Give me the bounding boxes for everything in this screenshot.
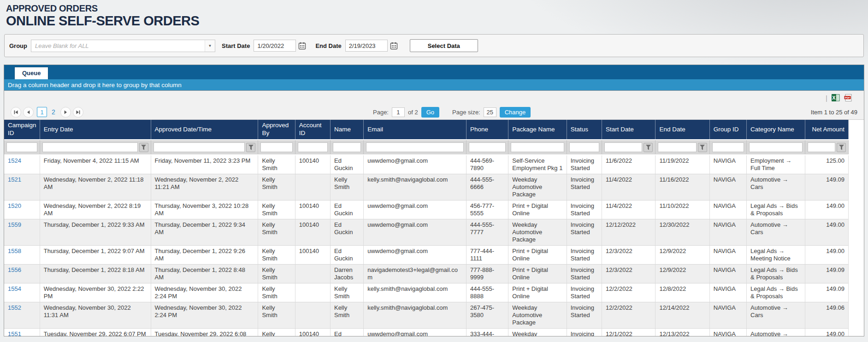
- campaign-id-link[interactable]: 1552: [8, 304, 21, 311]
- first-page-button[interactable]: [11, 107, 21, 118]
- column-filter-input[interactable]: [366, 142, 464, 152]
- campaign-id-link[interactable]: 1521: [8, 176, 21, 183]
- page-subtitle: APPROVED ORDERS: [6, 3, 868, 14]
- order-row: 1524Friday, November 4, 2022 11:15 AMFri…: [4, 155, 849, 174]
- cell-campaign-id[interactable]: 1554: [4, 283, 40, 302]
- cell-net-amount: 125.00: [805, 155, 848, 174]
- next-page-button[interactable]: [60, 107, 71, 118]
- cell-campaign-id[interactable]: 1524: [4, 155, 40, 174]
- column-header-group-id[interactable]: Group ID: [709, 120, 746, 140]
- cell-campaign-id[interactable]: 1521: [4, 174, 40, 200]
- column-filter-input[interactable]: [298, 142, 328, 152]
- campaign-id-link[interactable]: 1551: [8, 330, 21, 336]
- cell-group-id: NAVIGA: [709, 174, 746, 200]
- cell-approved-by: Kelly Smith: [258, 174, 295, 200]
- column-filter-input[interactable]: [808, 142, 835, 152]
- prev-page-button[interactable]: [23, 107, 34, 118]
- go-button[interactable]: Go: [421, 107, 439, 118]
- order-row: 1552Wednesday, November 30, 2022 11:31 A…: [4, 302, 849, 329]
- column-header-status[interactable]: Status: [567, 120, 602, 140]
- group-combobox[interactable]: ▼: [31, 40, 215, 52]
- campaign-id-link[interactable]: 1558: [8, 248, 21, 254]
- column-header-entry-date[interactable]: Entry Date: [40, 120, 151, 140]
- pdf-export-icon[interactable]: PDF: [844, 94, 852, 101]
- cell-net-amount: 149.00: [805, 246, 848, 265]
- change-button[interactable]: Change: [500, 107, 531, 118]
- cell-campaign-id[interactable]: 1551: [4, 329, 40, 337]
- filter-icon[interactable]: [837, 143, 846, 152]
- start-date-input[interactable]: [254, 40, 296, 52]
- cell-net-amount: 149.09: [805, 265, 848, 283]
- page-size-input[interactable]: [484, 107, 496, 117]
- column-header-account-id[interactable]: Account ID: [295, 120, 330, 140]
- cell-category-name: Legal Ads → Meeting Notice: [747, 246, 805, 265]
- group-input[interactable]: [31, 40, 205, 52]
- column-filter-input[interactable]: [569, 142, 599, 152]
- column-filter-input[interactable]: [712, 142, 744, 152]
- cell-campaign-id[interactable]: 1520: [4, 200, 40, 219]
- cell-name: Darren Jacobs: [330, 265, 363, 283]
- tab-queue[interactable]: Queue: [14, 67, 48, 79]
- select-data-button[interactable]: Select Data: [410, 39, 478, 52]
- column-filter-input[interactable]: [658, 142, 696, 152]
- column-filter-input[interactable]: [42, 142, 138, 152]
- column-header-email[interactable]: Email: [364, 120, 466, 140]
- cell-category-name: Legal Ads → Bids & Proposals: [747, 283, 805, 302]
- cell-end-date: 12/30/2022: [655, 219, 709, 246]
- campaign-id-link[interactable]: 1520: [8, 202, 21, 209]
- column-header-net-amount[interactable]: Net Amount: [805, 120, 848, 140]
- column-header-campaign-id[interactable]: Campaign ID: [4, 120, 40, 140]
- cell-package-name: Self-Service Employment Pkg 1: [508, 155, 567, 174]
- column-filter-input[interactable]: [749, 142, 802, 152]
- cell-entry-date: Wednesday, November 2, 2022 11:18 AM: [40, 174, 151, 200]
- column-header-start-date[interactable]: Start Date: [602, 120, 655, 140]
- filter-cell-campaign-id: [4, 140, 40, 155]
- column-filter-input[interactable]: [511, 142, 564, 152]
- column-header-package-name[interactable]: Package Name: [508, 120, 567, 140]
- campaign-id-link[interactable]: 1554: [8, 285, 21, 292]
- cell-approved-by: Kelly Smith: [258, 283, 295, 302]
- cell-campaign-id[interactable]: 1558: [4, 246, 40, 265]
- cell-category-name: Legal Ads → Bids & Proposals: [747, 265, 805, 283]
- page-input[interactable]: [392, 107, 405, 117]
- column-header-approved-by[interactable]: Approved By: [258, 120, 295, 140]
- column-header-phone[interactable]: Phone: [466, 120, 508, 140]
- start-date-calendar-icon[interactable]: [298, 42, 306, 50]
- column-header-end-date[interactable]: End Date: [655, 120, 709, 140]
- cell-start-date: 12/3/2022: [602, 265, 655, 283]
- cell-approved-date-time: Thursday, December 1, 2022 8:48 AM: [151, 265, 258, 283]
- page-number-link[interactable]: 2: [48, 108, 59, 116]
- filter-cell-email: [364, 140, 466, 155]
- cell-group-id: NAVIGA: [709, 200, 746, 219]
- cell-phone: 777-888-9999: [466, 265, 508, 283]
- filter-icon[interactable]: [644, 143, 653, 152]
- column-header-approved-date-time[interactable]: Approved Date/Time: [151, 120, 258, 140]
- column-filter-input[interactable]: [154, 142, 245, 152]
- last-page-button[interactable]: [73, 107, 83, 118]
- cell-campaign-id[interactable]: 1552: [4, 302, 40, 329]
- campaign-id-link[interactable]: 1559: [8, 221, 21, 228]
- column-filter-input[interactable]: [333, 142, 361, 152]
- column-filter-input[interactable]: [469, 142, 506, 152]
- column-header-category-name[interactable]: Category Name: [747, 120, 805, 140]
- column-filter-input[interactable]: [260, 142, 292, 152]
- filter-icon[interactable]: [698, 143, 707, 152]
- chevron-down-icon[interactable]: ▼: [205, 40, 215, 52]
- cell-campaign-id[interactable]: 1559: [4, 219, 40, 246]
- excel-export-icon[interactable]: X: [832, 94, 840, 101]
- column-header-name[interactable]: Name: [330, 120, 363, 140]
- column-filter-input[interactable]: [6, 142, 37, 152]
- end-date-calendar-icon[interactable]: [390, 42, 398, 50]
- current-page-indicator[interactable]: 1: [37, 107, 47, 117]
- campaign-id-link[interactable]: 1556: [8, 266, 21, 273]
- end-date-input[interactable]: [345, 40, 388, 52]
- cell-campaign-id[interactable]: 1556: [4, 265, 40, 283]
- filter-icon[interactable]: [246, 143, 255, 152]
- order-row: 1521Wednesday, November 2, 2022 11:18 AM…: [4, 174, 849, 200]
- filter-icon[interactable]: [139, 143, 148, 152]
- column-filter-input[interactable]: [604, 142, 642, 152]
- end-date-label: End Date: [315, 42, 341, 49]
- campaign-id-link[interactable]: 1524: [8, 157, 21, 164]
- filter-cell-status: [567, 140, 602, 155]
- group-label: Group: [9, 42, 27, 49]
